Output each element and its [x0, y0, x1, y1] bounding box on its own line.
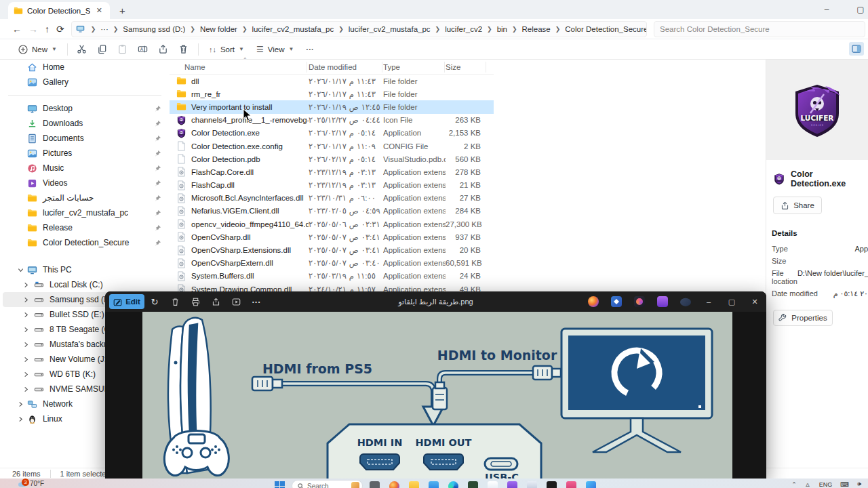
sidebar-item-documents[interactable]: Documents	[3, 131, 167, 146]
taskbar-copilot-icon[interactable]	[389, 481, 399, 488]
share-image-button[interactable]	[205, 294, 226, 309]
sidebar-item-release[interactable]: Release	[3, 220, 167, 235]
rename-button[interactable]: A	[133, 41, 153, 58]
chevron-right-icon[interactable]	[18, 401, 24, 407]
cut-button[interactable]	[72, 41, 92, 58]
explorer-tab[interactable]: Color Detection_Secure ✕	[8, 2, 110, 19]
file-row[interactable]: Very important to install ٢٠٢٦/٠١/١٩ص١٢:…	[170, 100, 494, 113]
print-button[interactable]	[185, 294, 205, 309]
volume-icon[interactable]: 🕪	[857, 481, 861, 488]
search-input[interactable]: Search Color Detection_Secure	[654, 21, 865, 37]
photos-more-button[interactable]: ···	[246, 294, 267, 309]
sidebar-item-home[interactable]: Home	[3, 60, 167, 75]
taskbar-store-icon[interactable]	[429, 481, 439, 488]
window-minimize-button[interactable]: –	[819, 5, 834, 14]
photos-close-button[interactable]: ✕	[743, 298, 766, 306]
tab-close-icon[interactable]: ✕	[94, 6, 104, 15]
photos-edit-button[interactable]: Edit	[109, 294, 144, 309]
file-row[interactable]: Nefarius.ViGEm.Client.dll ٢٠٢٣/٠٢/٠٥ص٠٤:…	[170, 205, 494, 218]
view-button[interactable]: ☰ View ▼	[250, 41, 300, 58]
sidebar-item-downloads[interactable]: Downloads	[3, 116, 167, 131]
refresh-button[interactable]: ⟳	[56, 24, 64, 35]
file-row[interactable]: Color Detection.exe ٢٠٢٦/٠٢/١٧م٠٥:١٤ App…	[170, 127, 494, 140]
file-row[interactable]: dll ٢٠٢٦/٠١/١٧م١١:٤٣ File folder	[170, 75, 494, 87]
breadcrumb-segment[interactable]: lucifer_cv2	[445, 25, 482, 33]
breadcrumb[interactable]: ❯···❯Samsung ssd (D:)❯New folder❯lucifer…	[71, 21, 647, 37]
sidebar-item-this-pc[interactable]: This PC	[3, 262, 167, 277]
photos-minimize-button[interactable]: –	[697, 298, 720, 306]
file-row[interactable]: FlashCap.dll ٢٠٢٣/١٢/١٩م٠٣:١٣ Applicatio…	[170, 179, 494, 192]
taskbar-app-reddark-icon[interactable]	[547, 481, 557, 488]
chevron-right-icon[interactable]	[23, 297, 30, 303]
sidebar-item-gallery[interactable]: Gallery	[3, 75, 167, 89]
taskbar-edge-icon[interactable]	[448, 481, 458, 488]
file-row[interactable]: rm_re_fr ٢٠٢٦/٠١/١٧م١١:٤٣ File folder	[170, 87, 494, 100]
file-row[interactable]: OpenCvSharp.Extensions.dll ٢٠٢٥/٠٥/٠٧ص٠٣…	[170, 243, 494, 256]
designer-icon[interactable]	[611, 296, 622, 307]
photos-maximize-button[interactable]: ▢	[720, 298, 743, 306]
breadcrumb-segment[interactable]: Samsung ssd (D:)	[123, 25, 185, 33]
column-size[interactable]: Size	[446, 63, 486, 71]
copy-button[interactable]	[92, 41, 113, 58]
weather-widget[interactable]: 3 70°F	[0, 479, 44, 487]
sidebar-item-music[interactable]: Music	[3, 161, 167, 176]
chevron-right-icon[interactable]	[23, 342, 30, 348]
delete-button[interactable]	[174, 41, 194, 58]
chevron-right-icon[interactable]	[23, 312, 30, 318]
breadcrumb-segment[interactable]: lucifer_cv2_mustafa_pc	[349, 25, 431, 33]
taskbar-search[interactable]: Search	[292, 480, 363, 488]
chevron-right-icon[interactable]	[23, 282, 30, 288]
taskbar-app-green-icon[interactable]	[468, 481, 478, 488]
new-button[interactable]: New ▼	[12, 41, 63, 58]
taskbar-app-dark-icon[interactable]	[370, 481, 380, 488]
more-options-button[interactable]: ···	[300, 41, 320, 58]
column-name[interactable]: Name	[170, 63, 309, 71]
taskbar-photos-icon[interactable]	[586, 481, 596, 488]
file-row[interactable]: OpenCvSharp.dll ٢٠٢٥/٠٥/٠٧ص٠٣:٤١ Applica…	[170, 230, 494, 243]
taskbar-folder-icon[interactable]	[409, 481, 419, 488]
file-row[interactable]: channels4_profile__1_-removebg-preview-r…	[170, 114, 494, 127]
paste-button[interactable]	[113, 41, 133, 58]
file-row[interactable]: opencv_videoio_ffmpeg4110_64.dll ٢٠٢٥/٠٥…	[170, 218, 494, 230]
forward-button[interactable]: →	[28, 24, 38, 35]
breadcrumb-segment[interactable]: Release	[522, 25, 551, 33]
chevron-right-icon[interactable]	[23, 371, 30, 378]
sidebar-item-videos[interactable]: Videos	[3, 176, 167, 190]
tray-bell-icon[interactable]: 🜂	[805, 481, 811, 488]
file-row[interactable]: FlashCap.Core.dll ٢٠٢٣/١٢/١٩م٠٣:١٣ Appli…	[170, 165, 494, 178]
up-button[interactable]: ↑	[45, 24, 50, 35]
app-purple-icon[interactable]	[657, 296, 668, 307]
file-row[interactable]: Color Detection.exe.config ٢٠٢٦/٠١/١٧م١١…	[170, 140, 494, 152]
share-button[interactable]	[153, 41, 174, 58]
taskbar-calculator-icon[interactable]	[527, 481, 537, 488]
language-indicator[interactable]: ENG	[819, 481, 833, 488]
keyboard-icon[interactable]: ⌨	[840, 481, 849, 488]
sidebar-item-lucifer-cv2-mustafa-pc[interactable]: lucifer_cv2_mustafa_pc	[3, 205, 167, 220]
breadcrumb-segment[interactable]: bin	[497, 25, 507, 33]
taskbar-notepad-icon[interactable]	[488, 481, 498, 488]
properties-button[interactable]: Properties	[773, 310, 833, 326]
delete-image-button[interactable]	[165, 294, 185, 309]
slideshow-button[interactable]	[226, 294, 246, 309]
sidebar-item-color-detection-secure[interactable]: Color Detection_Secure	[3, 235, 167, 250]
breadcrumb-segment[interactable]: New folder	[200, 25, 237, 33]
chevron-down-icon[interactable]	[18, 267, 24, 273]
taskbar-app-pink-icon[interactable]	[566, 481, 576, 488]
tray-chevron-up-icon[interactable]: ⌃	[791, 481, 797, 488]
breadcrumb-overflow[interactable]: ···	[100, 25, 108, 33]
details-pane-toggle[interactable]	[849, 42, 864, 56]
chevron-right-icon[interactable]	[23, 357, 30, 363]
chevron-right-icon[interactable]	[23, 327, 30, 333]
back-button[interactable]: ←	[12, 24, 22, 35]
share-file-button[interactable]: Share	[773, 197, 822, 214]
rotate-button[interactable]: ↻	[144, 294, 165, 309]
chevron-right-icon[interactable]	[18, 416, 24, 422]
column-date-modified[interactable]: Date modified	[309, 63, 383, 71]
file-row[interactable]: Microsoft.Bcl.AsyncInterfaces.dll ٢٠٢٣/١…	[170, 192, 494, 205]
breadcrumb-segment[interactable]: Color Detection_Secure	[565, 25, 647, 33]
sidebar-item-حسابات-المتجر[interactable]: حسابات المتجر	[3, 190, 167, 205]
file-row[interactable]: OpenCvSharpExtern.dll ٢٠٢٥/٠٥/٠٧ص٠٣:٤٠ A…	[170, 257, 494, 270]
sidebar-item-desktop[interactable]: Desktop	[3, 101, 167, 116]
copilot-icon[interactable]	[588, 296, 599, 307]
sort-button[interactable]: ↑↓ Sort ▼	[203, 41, 250, 58]
